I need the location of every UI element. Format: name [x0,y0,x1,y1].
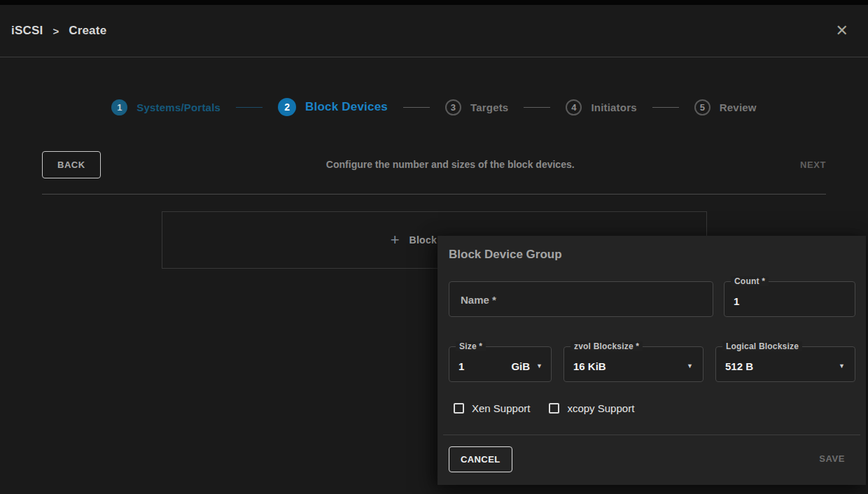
logical-blocksize-select[interactable]: Logical Blocksize 512 B ▼ [715,346,855,382]
count-field[interactable]: Count * 1 [724,281,855,317]
next-button[interactable]: NEXT [800,160,826,170]
name-field-label: Name * [461,293,496,305]
checkbox-icon [454,403,464,414]
step-4-circle: 4 [566,99,582,115]
cancel-button[interactable]: CANCEL [449,446,512,472]
step-2-label: Block Devices [305,100,388,114]
dialog-footer-divider [443,435,860,435]
size-field-label: Size * [456,341,486,351]
step-instruction: Configure the number and sizes of the bl… [101,159,800,170]
iscsi-create-wizard: iSCSI > Create ✕ 1 Systems/Portals 2 Blo… [0,0,868,494]
breadcrumb-iscsi[interactable]: iSCSI [11,24,43,38]
xen-support-checkbox[interactable]: Xen Support [454,402,530,414]
step-5-circle: 5 [694,99,710,115]
step-initiators[interactable]: 4 Initiators [566,99,636,115]
wizard-nav-row: BACK Configure the number and sizes of t… [42,148,826,181]
back-button[interactable]: BACK [42,151,101,178]
step-2-circle: 2 [278,98,296,116]
step-connector-1 [236,107,262,108]
dropdown-caret-icon: ▼ [687,362,693,369]
step-review[interactable]: 5 Review [694,99,757,115]
checkbox-icon [549,403,559,414]
dialog-title: Block Device Group [449,248,562,262]
count-field-label: Count * [731,276,769,286]
step-3-label: Targets [470,101,508,113]
zvol-blocksize-value: 16 KiB [573,360,606,372]
logical-blocksize-label: Logical Blocksize [722,341,802,351]
section-divider [42,194,826,195]
logical-blocksize-value: 512 B [725,360,753,372]
step-systems-portals[interactable]: 1 Systems/Portals [111,99,220,115]
step-4-label: Initiators [591,101,636,113]
step-connector-2 [403,107,430,108]
plus-icon: + [391,232,400,248]
dropdown-caret-icon: ▼ [536,362,542,369]
step-3-circle: 3 [445,99,461,115]
count-field-value: 1 [734,295,739,306]
close-icon[interactable]: ✕ [833,20,851,41]
step-5-label: Review [720,101,757,113]
step-1-circle: 1 [111,99,127,115]
block-device-group-dialog: Block Device Group Name * Count * 1 Size… [438,236,866,485]
breadcrumb-create: Create [69,24,106,38]
dropdown-caret-icon: ▼ [839,362,845,369]
size-field[interactable]: Size * 1 GiB ▼ [449,346,552,382]
wizard-stepper: 1 Systems/Portals 2 Block Devices 3 Targ… [0,98,868,116]
name-field[interactable]: Name * [449,281,713,317]
size-unit-value: GiB [511,360,530,372]
step-connector-4 [652,107,679,108]
step-block-devices[interactable]: 2 Block Devices [278,98,388,116]
step-targets[interactable]: 3 Targets [445,99,508,115]
chevron-right-icon: > [52,25,59,37]
size-field-value: 1 [458,360,464,372]
zvol-blocksize-select[interactable]: zvol Blocksize * 16 KiB ▼ [564,346,704,382]
size-unit-dropdown[interactable]: GiB ▼ [511,360,542,372]
support-checkbox-row: Xen Support xcopy Support [454,402,634,414]
zvol-blocksize-label: zvol Blocksize * [570,341,643,351]
wizard-header: iSCSI > Create ✕ [0,5,868,57]
xcopy-support-label: xcopy Support [567,402,634,414]
step-1-label: Systems/Portals [136,101,220,113]
top-strip [0,0,868,5]
step-connector-3 [524,107,550,108]
xcopy-support-checkbox[interactable]: xcopy Support [549,402,634,414]
xen-support-label: Xen Support [472,402,530,414]
save-button[interactable]: SAVE [819,453,845,464]
